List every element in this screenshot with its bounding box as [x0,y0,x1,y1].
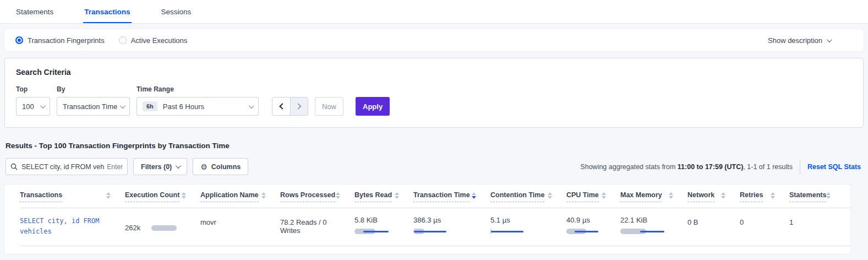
results-search-box[interactable]: Enter [6,158,128,175]
time-next-button[interactable] [290,98,308,115]
reset-sql-stats-link[interactable]: Reset SQL Stats [807,163,861,171]
transaction-time-bar [413,228,458,235]
columns-button[interactable]: ⚙ Columns [193,158,248,175]
top-select-value: 100 [22,102,34,111]
filters-button[interactable]: Filters (0) [133,158,187,175]
table-header-cell[interactable]: Transaction Time [413,191,490,202]
sort-arrows-icon[interactable] [669,191,673,199]
search-input[interactable] [21,163,105,171]
show-description-label: Show description [768,36,822,45]
radio-label: Active Executions [131,36,188,45]
by-select-value: Transaction Time [63,102,117,111]
sort-arrows-icon[interactable] [261,191,266,199]
columns-label: Columns [211,163,241,171]
execution-count-cell: 262k [125,216,200,237]
table-header-cell[interactable]: Bytes Read [354,191,413,202]
max-memory-bar [620,228,665,235]
table-header-cell[interactable]: Contention Time [490,191,566,202]
results-title: Results - Top 100 Transaction Fingerprin… [6,142,868,150]
gear-icon: ⚙ [200,163,208,171]
page-tabbar: Statements Transactions Sessions [0,0,868,24]
time-range-value: Past 6 Hours [163,102,204,111]
radio-selected-icon [15,36,23,44]
sort-arrows-icon[interactable] [602,191,606,199]
sort-arrows-icon[interactable] [395,191,399,199]
table-header-cell[interactable]: Application Name [200,191,280,202]
chevron-down-icon [249,103,254,109]
divider [800,160,800,174]
enter-hint: Enter [107,163,123,171]
time-nav-group [272,97,308,116]
radio-transaction-fingerprints[interactable]: Transaction Fingerprints [15,36,105,45]
time-range-field: Time Range 6h Past 6 Hours [137,85,259,116]
retries-cell: 0 [740,216,789,237]
sort-arrows-icon[interactable] [721,191,725,199]
sort-arrows-icon[interactable] [336,191,340,199]
table-header-cell[interactable]: Transactions [20,191,125,202]
sort-arrows-icon[interactable] [106,191,111,199]
network-cell: 0 B [687,216,740,237]
time-prev-button[interactable] [272,98,290,115]
chevron-left-icon [279,103,285,109]
show-description-toggle[interactable]: Show description [768,36,831,45]
stats-zone: Showing aggregated stats from 11:00 to 1… [580,160,864,174]
table-header-cell[interactable]: Retries [740,191,789,202]
sort-arrows-icon[interactable] [182,191,186,199]
transactions-table: Transactions Execution Count Application… [4,185,850,254]
table-header-cell[interactable]: CPU Time [566,191,620,202]
results-controls: Enter Filters (0) ⚙ Columns Showing aggr… [6,158,864,175]
statements-cell: 1 [789,216,840,237]
bytes-read-cell: 5.8 KiB [354,216,413,237]
cpu-time-bar [566,228,612,235]
filters-label: Filters (0) [141,163,172,171]
now-button[interactable]: Now [315,97,343,116]
aggregated-stats-text: Showing aggregated stats from 11:00 to 1… [580,163,793,171]
time-range-badge: 6h [143,101,157,111]
tab-transactions[interactable]: Transactions [83,1,131,23]
chevron-down-icon [176,163,181,169]
transaction-fingerprint-link[interactable]: SELECT city, id FROM vehicles [20,216,108,237]
table-header-row: Transactions Execution Count Application… [20,191,850,208]
table-header-cell[interactable]: Rows Processed [280,191,354,202]
table-row: SELECT city, id FROM vehicles 262k movr … [20,208,850,246]
tab-sessions[interactable]: Sessions [160,1,193,23]
cpu-time-cell: 40.9 µs [566,216,620,237]
chevron-down-icon [40,103,46,109]
sort-arrows-icon[interactable] [472,191,476,199]
radio-unselected-icon [119,36,127,44]
contention-time-bar [490,228,536,235]
search-criteria-title: Search Criteria [16,68,852,77]
by-field: By Transaction Time [57,85,130,116]
radio-label: Transaction Fingerprints [28,36,105,45]
table-header-cell[interactable]: Statements [789,191,840,202]
time-range-label: Time Range [137,85,259,93]
search-criteria-card: Search Criteria Top 100 By Transaction T… [4,58,864,128]
sort-arrows-icon[interactable] [548,191,552,199]
top-label: Top [16,85,50,93]
chevron-down-icon [827,37,832,42]
tab-statements[interactable]: Statements [15,1,54,23]
sort-arrows-icon[interactable] [826,191,831,199]
contention-time-cell: 5.1 µs [490,216,566,237]
table-header-cell[interactable]: Execution Count [125,191,200,202]
execution-count-bar [151,225,179,230]
chevron-right-icon [295,103,301,109]
transaction-time-cell: 386.3 µs [413,216,490,237]
radio-active-executions[interactable]: Active Executions [119,36,188,45]
search-icon [10,163,18,170]
time-range-select[interactable]: 6h Past 6 Hours [137,97,259,116]
table-header-cell[interactable]: Max Memory [620,191,687,202]
max-memory-cell: 22.1 KiB [620,216,687,237]
sort-arrows-icon[interactable] [771,191,775,199]
top-field: Top 100 [16,85,50,116]
chevron-down-icon [120,103,125,109]
top-select[interactable]: 100 [16,97,50,116]
by-select[interactable]: Transaction Time [57,97,130,116]
rows-processed-cell: 78.2 Reads / 0 Writes [280,216,354,237]
bytes-read-bar [354,228,400,235]
table-header-cell[interactable]: Network [687,191,740,202]
view-toggle-band: Transaction Fingerprints Active Executio… [4,29,864,51]
by-label: By [57,85,130,93]
application-name-cell: movr [200,216,280,237]
apply-button[interactable]: Apply [356,97,390,116]
